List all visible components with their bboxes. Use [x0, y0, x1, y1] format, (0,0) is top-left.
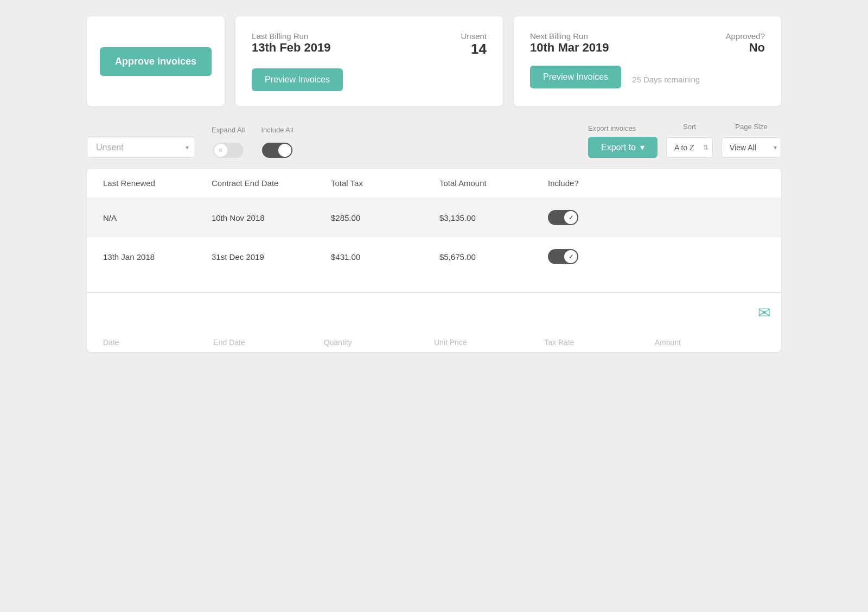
sub-col-amount: Amount: [655, 338, 765, 347]
sort-group: Sort A to Z Z to A ⇅: [666, 123, 713, 158]
row2-include-check-icon: ✓: [564, 250, 577, 263]
divider: [87, 292, 781, 293]
sub-col-unit-price: Unit Price: [434, 338, 544, 347]
col-header-total-tax: Total Tax: [331, 178, 439, 188]
next-billing-label: Next Billing Run: [530, 31, 667, 41]
sub-col-date: Date: [103, 338, 213, 347]
row2-total-amount: $5,675.00: [439, 252, 548, 262]
export-to-button[interactable]: Export to ▾: [588, 137, 658, 158]
last-billing-card: Last Billing Run 13th Feb 2019 Unsent 14…: [235, 16, 503, 106]
table-row: 13th Jan 2018 31st Dec 2019 $431.00 $5,6…: [87, 237, 781, 276]
row1-include-toggle[interactable]: ✓: [548, 210, 578, 225]
row2-include-toggle[interactable]: ✓: [548, 249, 578, 264]
page-size-label: Page Size: [735, 123, 767, 131]
next-billing-card: Next Billing Run 10th Mar 2019 Approved?…: [514, 16, 781, 106]
row2-contract-end: 31st Dec 2019: [212, 252, 331, 262]
next-billing-preview-button[interactable]: Preview Invoices: [530, 66, 621, 88]
expand-all-x-icon: ✕: [218, 147, 223, 154]
export-chevron-icon: ▾: [640, 142, 644, 152]
page-size-select[interactable]: View All 10 25 50: [722, 137, 781, 158]
include-all-toggle[interactable]: ✓: [262, 143, 292, 158]
status-select-wrap: Unsent Sent All ▾: [87, 137, 195, 158]
approve-invoices-button[interactable]: Approve invoices: [100, 47, 212, 76]
sub-col-quantity: Quantity: [324, 338, 434, 347]
row1-total-amount: $3,135.00: [439, 213, 548, 222]
export-section: Export invoices Export to ▾ Sort A to Z …: [588, 123, 781, 158]
include-all-check-icon: ✓: [282, 146, 288, 154]
table-bottom-area: ✉ Date End Date Quantity Unit Price Tax …: [87, 276, 781, 352]
export-button-group: Export invoices Export to ▾: [588, 124, 658, 158]
include-all-label: Include All: [261, 126, 293, 134]
invoices-table: Last Renewed Contract End Date Total Tax…: [87, 169, 781, 352]
col-header-last-renewed: Last Renewed: [103, 178, 212, 188]
bottom-footer: ✉: [87, 304, 781, 322]
last-billing-label: Last Billing Run: [252, 31, 331, 41]
row1-last-renewed: N/A: [103, 213, 212, 222]
sort-select-wrap: A to Z Z to A ⇅: [666, 137, 713, 158]
table-row: N/A 10th Nov 2018 $285.00 $3,135.00 ✓: [87, 198, 781, 237]
sub-col-tax-rate: Tax Rate: [544, 338, 654, 347]
controls-bar: Unsent Sent All ▾ Expand All ✕ Include A…: [87, 123, 781, 158]
include-all-control: Include All ✓: [261, 126, 293, 158]
col-header-include: Include?: [548, 178, 765, 188]
export-invoices-label: Export invoices: [588, 124, 636, 132]
approve-card: Approve invoices: [87, 16, 225, 106]
row1-include-cell: ✓: [548, 210, 765, 225]
page-size-group: Page Size View All 10 25 50 ▾: [722, 123, 781, 158]
unsent-label: Unsent: [461, 31, 487, 41]
export-to-label: Export to: [601, 143, 636, 152]
expand-all-toggle[interactable]: ✕: [213, 143, 244, 158]
approved-label: Approved?: [667, 31, 765, 41]
unsent-count: 14: [461, 41, 487, 58]
row1-total-tax: $285.00: [331, 213, 439, 222]
col-header-contract-end: Contract End Date: [212, 178, 331, 188]
next-billing-date: 10th Mar 2019: [530, 41, 667, 55]
days-remaining: 25 Days remaining: [632, 75, 700, 84]
sub-col-end-date: End Date: [213, 338, 323, 347]
expand-all-control: Expand All ✕: [212, 126, 245, 158]
row2-total-tax: $431.00: [331, 252, 439, 262]
col-header-total-amount: Total Amount: [439, 178, 548, 188]
row1-contract-end: 10th Nov 2018: [212, 213, 331, 222]
mail-icon[interactable]: ✉: [758, 304, 770, 322]
table-header-row: Last Renewed Contract End Date Total Tax…: [87, 169, 781, 198]
row2-include-cell: ✓: [548, 249, 765, 264]
approved-value: No: [667, 41, 765, 55]
expand-all-label: Expand All: [212, 126, 245, 134]
last-billing-date: 13th Feb 2019: [252, 41, 331, 55]
page-size-select-wrap: View All 10 25 50 ▾: [722, 137, 781, 158]
status-select[interactable]: Unsent Sent All: [87, 137, 195, 158]
last-billing-preview-button[interactable]: Preview Invoices: [252, 68, 343, 91]
sub-table-header: Date End Date Quantity Unit Price Tax Ra…: [87, 333, 781, 352]
sort-label: Sort: [683, 123, 696, 131]
row1-include-check-icon: ✓: [564, 211, 577, 224]
sort-select[interactable]: A to Z Z to A: [666, 137, 713, 158]
row2-last-renewed: 13th Jan 2018: [103, 252, 212, 262]
